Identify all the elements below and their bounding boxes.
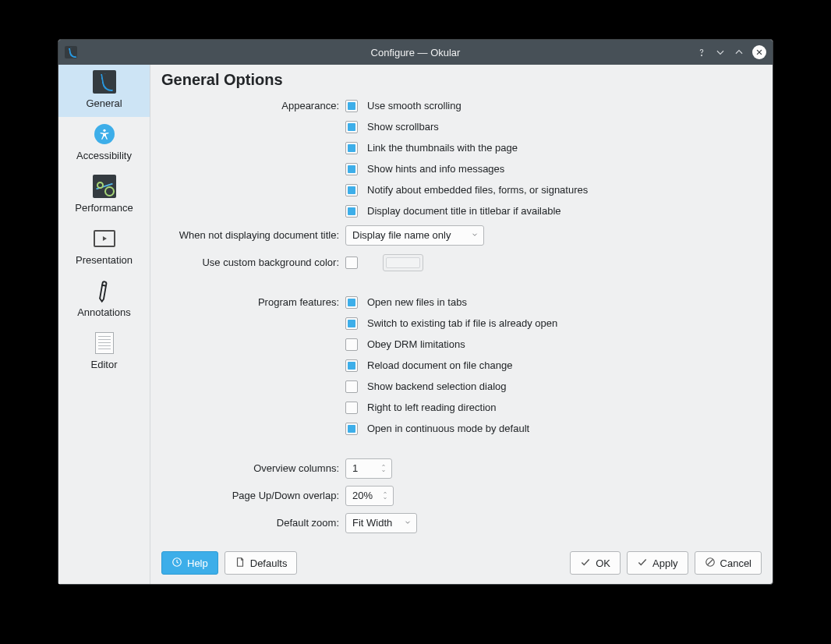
stepper-icon — [382, 490, 388, 501]
apply-button[interactable]: Apply — [627, 551, 688, 575]
performance-icon — [92, 174, 117, 199]
svg-point-3 — [103, 129, 105, 132]
check-label: Display document title in titlebar if av… — [367, 205, 561, 217]
check-label: Link the thumbnails with the page — [367, 142, 518, 154]
spin-value: 1 — [352, 462, 358, 474]
label-custom-bg: Use custom background color: — [160, 257, 345, 268]
sidebar-item-editor[interactable]: Editor — [58, 326, 150, 378]
maximize-icon[interactable] — [734, 47, 744, 58]
editor-icon — [92, 331, 117, 356]
minimize-icon[interactable] — [715, 47, 726, 58]
spin-overview-columns[interactable]: 1 — [345, 458, 392, 479]
combo-default-zoom[interactable]: Fit Width — [345, 513, 417, 533]
checkbox-icon — [345, 402, 358, 414]
check-label: Reload document on file change — [367, 359, 512, 371]
general-icon — [92, 69, 117, 94]
check-label: Open in continuous mode by default — [367, 423, 529, 434]
label-overview-columns: Overview columns: — [160, 462, 345, 474]
svg-marker-4 — [102, 236, 106, 241]
check-continuous-mode[interactable]: Open in continuous mode by default — [345, 423, 529, 435]
spin-value: 20% — [352, 490, 373, 501]
check-smooth-scrolling[interactable]: Use smooth scrolling — [345, 100, 461, 112]
sidebar-item-general[interactable]: General — [58, 65, 150, 117]
check-label: Open new files in tabs — [367, 296, 467, 308]
check-reload-on-change[interactable]: Reload document on file change — [345, 359, 512, 372]
checkbox-icon — [345, 100, 358, 112]
check-label: Show scrollbars — [367, 121, 439, 133]
check-label: Right to left reading direction — [367, 402, 496, 413]
chevron-down-icon — [471, 229, 479, 241]
document-icon — [235, 557, 246, 570]
annotations-icon — [87, 274, 122, 309]
label-page-overlap: Page Up/Down overlap: — [160, 490, 345, 501]
check-custom-bg[interactable] — [345, 257, 358, 269]
combo-not-displaying-title[interactable]: Display file name only — [345, 225, 484, 246]
sidebar-item-label: Editor — [91, 359, 118, 370]
ok-button[interactable]: OK — [570, 551, 621, 575]
button-label: Defaults — [250, 557, 288, 569]
check-icon — [637, 557, 648, 570]
spin-page-overlap[interactable]: 20% — [345, 486, 394, 506]
check-label: Switch to existing tab if file is alread… — [367, 317, 557, 329]
sidebar-item-annotations[interactable]: Annotations — [58, 274, 150, 326]
help-titlebar-icon[interactable] — [696, 47, 707, 58]
checkbox-icon — [345, 317, 358, 330]
checkbox-icon — [345, 296, 358, 309]
color-picker-bg[interactable] — [383, 254, 423, 271]
label-program-features: Program features: — [160, 296, 345, 308]
checkbox-icon — [345, 380, 358, 393]
check-backend-dialog[interactable]: Show backend selection dialog — [345, 380, 507, 393]
sidebar: General Accessibility Performance — [58, 65, 150, 584]
titlebar: Configure — Okular — [58, 40, 773, 65]
configure-dialog: Configure — Okular General — [58, 39, 773, 585]
check-rtl-reading[interactable]: Right to left reading direction — [345, 402, 496, 414]
label-default-zoom: Default zoom: — [160, 517, 345, 529]
button-bar: Help Defaults OK — [160, 543, 763, 584]
sidebar-item-label: General — [86, 97, 122, 109]
defaults-button[interactable]: Defaults — [225, 551, 298, 575]
checkbox-icon — [345, 205, 358, 218]
check-label: Notify about embedded files, forms, or s… — [367, 184, 588, 196]
check-switch-existing-tab[interactable]: Switch to existing tab if file is alread… — [345, 317, 557, 330]
checkbox-icon — [345, 359, 358, 372]
check-label: Use smooth scrolling — [367, 100, 461, 111]
accessibility-icon — [92, 122, 117, 147]
page-title: General Options — [161, 71, 763, 89]
sidebar-item-accessibility[interactable]: Accessibility — [58, 117, 150, 169]
presentation-icon — [92, 226, 117, 251]
check-display-title[interactable]: Display document title in titlebar if av… — [345, 205, 561, 218]
check-open-new-tabs[interactable]: Open new files in tabs — [345, 296, 467, 309]
window-title: Configure — Okular — [58, 47, 773, 58]
sidebar-item-presentation[interactable]: Presentation — [58, 221, 150, 274]
check-label: Obey DRM limitations — [367, 338, 465, 350]
sidebar-item-label: Annotations — [77, 306, 131, 318]
checkbox-icon — [345, 121, 358, 133]
checkbox-icon — [345, 142, 358, 154]
sidebar-item-performance[interactable]: Performance — [58, 169, 150, 221]
check-obey-drm[interactable]: Obey DRM limitations — [345, 338, 465, 351]
check-link-thumbnails[interactable]: Link the thumbnails with the page — [345, 142, 518, 154]
checkbox-icon — [345, 338, 358, 351]
sidebar-item-label: Accessibility — [76, 150, 132, 161]
label-appearance: Appearance: — [160, 100, 345, 111]
main-panel: General Options Appearance: Use smooth s… — [150, 65, 773, 584]
sidebar-item-label: Presentation — [76, 254, 133, 266]
check-show-scrollbars[interactable]: Show scrollbars — [345, 121, 439, 133]
cancel-button[interactable]: Cancel — [695, 551, 762, 575]
check-label: Show backend selection dialog — [367, 380, 507, 392]
checkbox-icon — [345, 163, 358, 175]
checkbox-icon — [345, 423, 358, 435]
svg-point-0 — [702, 55, 702, 56]
stepper-icon — [380, 463, 387, 473]
svg-line-7 — [707, 559, 713, 564]
button-label: Apply — [652, 557, 678, 569]
help-button[interactable]: Help — [161, 551, 218, 575]
help-icon — [172, 557, 182, 570]
check-show-hints[interactable]: Show hints and info messages — [345, 163, 504, 175]
check-notify-embedded[interactable]: Notify about embedded files, forms, or s… — [345, 184, 588, 196]
button-label: Cancel — [720, 557, 751, 569]
check-icon — [580, 557, 591, 570]
close-icon[interactable] — [752, 45, 766, 59]
app-icon — [65, 46, 77, 58]
chevron-down-icon — [404, 517, 412, 529]
